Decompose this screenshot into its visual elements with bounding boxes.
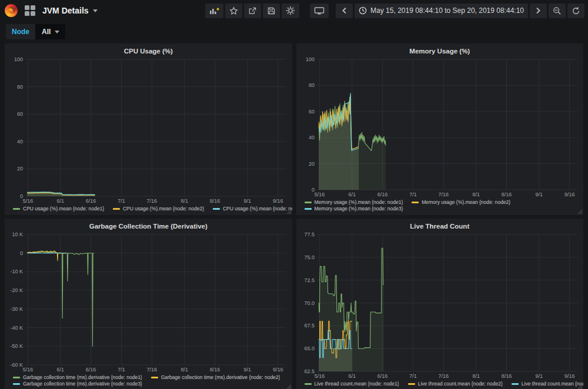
chart-legend: Memory usage (%).mean {node: node1}Memor…	[296, 199, 584, 215]
zoom-out-icon	[553, 6, 562, 15]
svg-text:9/1: 9/1	[535, 192, 543, 197]
panel-title[interactable]: Live Thread Count	[296, 219, 584, 232]
svg-text:100: 100	[305, 56, 314, 62]
time-picker-button[interactable]: May 15, 2019 08:44:10 to Sep 20, 2019 08…	[355, 4, 528, 18]
svg-text:6/1: 6/1	[57, 367, 65, 373]
grid-square	[31, 11, 35, 16]
legend-series-label: Memory usage (%).mean {node: node1}	[315, 199, 403, 205]
toolbar: May 15, 2019 08:44:10 to Sep 20, 2019 08…	[205, 4, 584, 18]
svg-text:7/16: 7/16	[147, 367, 158, 373]
grafana-logo-icon[interactable]	[5, 4, 18, 17]
svg-text:7/1: 7/1	[409, 373, 417, 379]
svg-text:8/1: 8/1	[472, 192, 480, 197]
legend-item[interactable]: Live thread count.mean {node: node2}	[408, 381, 503, 387]
svg-text:-60 K: -60 K	[10, 362, 23, 368]
svg-text:6/16: 6/16	[86, 367, 96, 373]
legend-series-label: Memory usage (%).mean {node: node2}	[422, 199, 510, 205]
dashboards-grid-icon[interactable]	[25, 5, 35, 16]
svg-text:-40 K: -40 K	[10, 325, 23, 331]
legend-item[interactable]: Live thread count.mean {node: node3}	[512, 381, 583, 387]
svg-text:40: 40	[308, 135, 314, 140]
panel-memory-usage: Memory Usage (%) 0204060801005/166/16/16…	[296, 43, 584, 215]
chevron-left-icon	[342, 7, 347, 14]
legend-item[interactable]: Memory usage (%).mean {node: node1}	[305, 199, 403, 205]
legend-series-swatch	[113, 208, 120, 210]
legend-series-label: CPU usage (%).mean {node: node2}	[123, 206, 204, 212]
svg-text:-50 K: -50 K	[10, 343, 23, 349]
chart-plot-area[interactable]: 10 K0-10 K-20 K-30 K-40 K-50 K-60 K5/166…	[5, 232, 292, 374]
legend-item[interactable]: CPU usage (%).mean {node: node2}	[113, 206, 204, 212]
chart-plot-area[interactable]: 62.565.067.570.072.575.077.55/166/16/167…	[296, 232, 584, 380]
grid-square	[25, 11, 29, 16]
chart-legend: Garbage collection time (ms).derivative …	[5, 374, 292, 389]
legend-item[interactable]: Garbage collection time (ms).derivative …	[13, 374, 142, 380]
svg-text:8/1: 8/1	[181, 198, 188, 204]
svg-text:72.5: 72.5	[304, 277, 315, 283]
time-forward-button[interactable]	[530, 4, 547, 18]
dashboard-grid: CPU Usage (%) 0204060801005/166/16/167/1…	[5, 43, 583, 389]
legend-series-swatch	[412, 202, 419, 203]
clock-icon	[359, 6, 367, 15]
legend-series-swatch	[213, 208, 220, 210]
legend-item[interactable]: Memory usage (%).mean {node: node3}	[305, 206, 403, 212]
save-button[interactable]	[263, 4, 280, 18]
legend-series-swatch	[305, 383, 312, 385]
svg-text:7/1: 7/1	[409, 192, 417, 197]
zoom-out-button[interactable]	[549, 4, 566, 18]
time-range-text: May 15, 2019 08:44:10 to Sep 20, 2019 08…	[370, 6, 524, 15]
svg-text:6/16: 6/16	[86, 198, 96, 204]
svg-text:-10 K: -10 K	[10, 269, 23, 274]
gear-icon	[286, 6, 295, 15]
legend-series-label: Garbage collection time (ms).derivative …	[23, 381, 142, 387]
legend-series-label: Live thread count.mean {node: node3}	[522, 381, 583, 387]
legend-item[interactable]: Garbage collection time (ms).derivative …	[151, 374, 280, 380]
bar-chart-plus-icon	[209, 6, 219, 15]
svg-text:6/16: 6/16	[377, 373, 387, 379]
svg-text:9/1: 9/1	[244, 367, 252, 373]
legend-item[interactable]: CPU usage (%).mean {node: node1}	[13, 206, 104, 212]
panel-title[interactable]: CPU Usage (%)	[5, 43, 292, 56]
variable-value-dropdown[interactable]: All	[35, 24, 65, 39]
svg-text:80: 80	[17, 84, 23, 90]
legend-series-label: Garbage collection time (ms).derivative …	[23, 374, 142, 380]
dashboard-title[interactable]: JVM Details	[42, 6, 98, 15]
svg-text:60: 60	[17, 111, 23, 117]
panel-title[interactable]: Memory Usage (%)	[296, 43, 584, 56]
svg-text:9/16: 9/16	[564, 373, 574, 379]
legend-item[interactable]: Memory usage (%).mean {node: node2}	[412, 199, 510, 205]
refresh-button[interactable]	[567, 4, 584, 18]
legend-series-swatch	[13, 383, 20, 385]
legend-series-label: Garbage collection time (ms).derivative …	[161, 374, 280, 380]
legend-item[interactable]: Garbage collection time (ms).derivative …	[13, 381, 142, 387]
svg-text:7/1: 7/1	[118, 367, 125, 373]
legend-series-label: Memory usage (%).mean {node: node3}	[315, 206, 403, 212]
share-button[interactable]	[244, 4, 261, 18]
time-back-button[interactable]	[336, 4, 353, 18]
svg-text:0: 0	[20, 250, 23, 256]
settings-button[interactable]	[282, 4, 299, 18]
legend-series-swatch	[408, 383, 415, 385]
svg-text:8/1: 8/1	[472, 373, 480, 379]
svg-text:60: 60	[308, 109, 314, 115]
star-button[interactable]	[225, 4, 242, 18]
svg-text:65.0: 65.0	[304, 346, 315, 351]
cycle-view-button[interactable]	[310, 4, 329, 18]
svg-text:-20 K: -20 K	[10, 287, 23, 293]
svg-text:6/1: 6/1	[57, 198, 65, 204]
chart-plot-area[interactable]: 0204060801005/166/16/167/17/168/18/169/1…	[5, 56, 292, 205]
monitor-icon	[314, 6, 325, 15]
legend-item[interactable]: Live thread count.mean {node: node1}	[305, 381, 399, 387]
legend-series-swatch	[151, 377, 158, 378]
legend-series-swatch	[13, 377, 20, 378]
svg-text:10 K: 10 K	[12, 232, 23, 237]
chevron-down-icon	[55, 31, 59, 33]
legend-series-label: CPU usage (%).mean {node: node3}	[223, 206, 292, 212]
svg-text:5/16: 5/16	[314, 192, 325, 197]
svg-text:8/1: 8/1	[181, 367, 188, 373]
add-panel-button[interactable]	[205, 4, 223, 18]
legend-item[interactable]: CPU usage (%).mean {node: node3}	[213, 206, 292, 212]
grid-square	[31, 5, 35, 10]
chart-plot-area[interactable]: 0204060801005/166/16/167/17/168/18/169/1…	[296, 56, 584, 199]
svg-text:62.5: 62.5	[304, 368, 315, 374]
panel-title[interactable]: Garbage Collection Time (Derivative)	[5, 219, 292, 232]
